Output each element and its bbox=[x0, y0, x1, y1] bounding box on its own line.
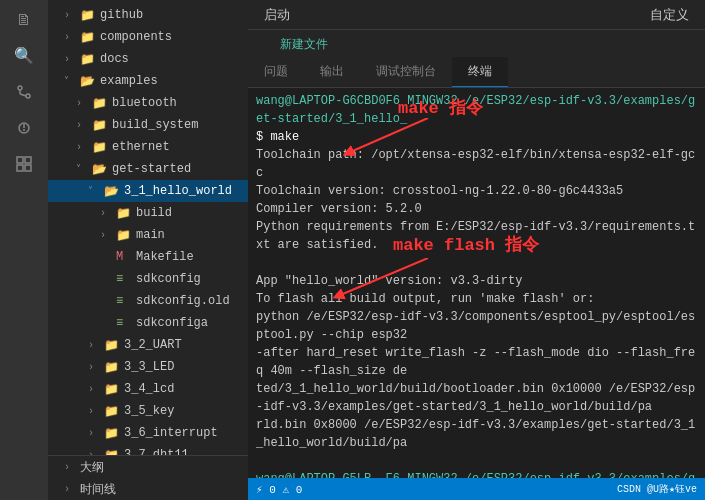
output-text: Python requirements from E:/ESP32/esp-id… bbox=[256, 220, 695, 252]
tree-item-docs[interactable]: › 📁 docs bbox=[48, 48, 248, 70]
top-bar-title: 启动 bbox=[264, 6, 290, 24]
chevron-icon: › bbox=[88, 362, 104, 373]
folder-icon: 📁 bbox=[104, 448, 120, 456]
folder-icon: 📂 bbox=[92, 162, 108, 177]
tree-item-main[interactable]: › 📁 main bbox=[48, 224, 248, 246]
config-icon: ≡ bbox=[116, 294, 132, 308]
debug-icon[interactable] bbox=[12, 116, 36, 140]
output-text: Toolchain path: /opt/xtensa-esp32-elf/bi… bbox=[256, 148, 695, 180]
top-bar-action[interactable]: 自定义 bbox=[650, 6, 689, 24]
terminal-line: wang@LAPTOP-G6CBD0F6 MINGW32 /e/ESP32/es… bbox=[256, 92, 697, 128]
chevron-icon: ˅ bbox=[64, 75, 80, 87]
output-text: ted/3_1_hello_world/build/bootloader.bin… bbox=[256, 382, 695, 414]
chevron-icon: › bbox=[88, 384, 104, 395]
tree-item-3-6-interrupt[interactable]: › 📁 3_6_interrupt bbox=[48, 422, 248, 444]
outline-section[interactable]: › 大纲 bbox=[48, 456, 248, 478]
terminal-line: python /e/ESP32/esp-idf-v3.3/components/… bbox=[256, 308, 697, 344]
terminal-area[interactable]: wang@LAPTOP-G6CBD0F6 MINGW32 /e/ESP32/es… bbox=[248, 88, 705, 478]
prompt-text: wang@LAPTOP-G6CBD0F6 MINGW32 /e/ESP32/es… bbox=[256, 94, 695, 126]
svg-rect-9 bbox=[17, 165, 23, 171]
chevron-icon: › bbox=[76, 142, 92, 153]
main-content: 启动 自定义 新建文件 问题 输出 调试控制台 终端 wang@LAPTOP-G… bbox=[248, 0, 705, 500]
output-text: python /e/ESP32/esp-idf-v3.3/components/… bbox=[256, 310, 695, 342]
svg-point-6 bbox=[23, 129, 25, 131]
status-right: CSDN @U路★钰ve bbox=[617, 482, 697, 496]
tab-output[interactable]: 输出 bbox=[304, 57, 360, 87]
output-text: App "hello_world" version: v3.3-dirty bbox=[256, 274, 522, 288]
terminal-line: Python requirements from E:/ESP32/esp-id… bbox=[256, 218, 697, 254]
git-icon[interactable] bbox=[12, 80, 36, 104]
output-text: To flash all build output, run 'make fla… bbox=[256, 292, 594, 306]
tree-item-components[interactable]: › 📁 components bbox=[48, 26, 248, 48]
status-bar: ⚡ 0 ⚠ 0 CSDN @U路★钰ve bbox=[248, 478, 705, 500]
new-file-link[interactable]: 新建文件 bbox=[264, 32, 344, 57]
tree-item-3-3-led[interactable]: › 📁 3_3_LED bbox=[48, 356, 248, 378]
tab-issues[interactable]: 问题 bbox=[248, 57, 304, 87]
svg-point-1 bbox=[26, 94, 30, 98]
terminal-line: Compiler version: 5.2.0 bbox=[256, 200, 697, 218]
svg-rect-8 bbox=[25, 157, 31, 163]
output-text: -after hard_reset write_flash -z --flash… bbox=[256, 346, 695, 378]
tree-item-build-system[interactable]: › 📁 build_system bbox=[48, 114, 248, 136]
tree-item-build[interactable]: › 📁 build bbox=[48, 202, 248, 224]
chevron-icon: › bbox=[88, 340, 104, 351]
tree-item-3-5-key[interactable]: › 📁 3_5_key bbox=[48, 400, 248, 422]
search-icon[interactable]: 🔍 bbox=[12, 44, 36, 68]
file-tree: › 📁 github › 📁 components › 📁 docs ˅ 📂 e… bbox=[48, 0, 248, 455]
tree-item-bluetooth[interactable]: › 📁 bluetooth bbox=[48, 92, 248, 114]
files-icon[interactable]: 🗎 bbox=[12, 8, 36, 32]
chevron-icon: ˅ bbox=[88, 185, 104, 197]
chevron-icon: › bbox=[64, 32, 80, 43]
terminal-line: rld.bin 0x8000 /e/ESP32/esp-idf-v3.3/exa… bbox=[256, 416, 697, 452]
folder-icon: 📁 bbox=[92, 96, 108, 111]
terminal-line: ted/3_1_hello_world/build/bootloader.bin… bbox=[256, 380, 697, 416]
extensions-icon[interactable] bbox=[12, 152, 36, 176]
chevron-icon: › bbox=[100, 230, 116, 241]
chevron-icon: › bbox=[76, 120, 92, 131]
chevron-icon: › bbox=[76, 98, 92, 109]
tree-item-hello-world[interactable]: ˅ 📂 3_1_hello_world bbox=[48, 180, 248, 202]
folder-icon: 📁 bbox=[104, 360, 120, 375]
status-left: ⚡ 0 ⚠ 0 bbox=[256, 483, 302, 496]
tabs-row: 问题 输出 调试控制台 终端 bbox=[248, 57, 705, 87]
terminal-line bbox=[256, 452, 697, 470]
terminal-line: Toolchain path: /opt/xtensa-esp32-elf/bi… bbox=[256, 146, 697, 182]
terminal-line: To flash all build output, run 'make fla… bbox=[256, 290, 697, 308]
tree-item-3-7-dht11[interactable]: › 📁 3_7_dht11 bbox=[48, 444, 248, 455]
output-text: Compiler version: 5.2.0 bbox=[256, 202, 422, 216]
tab-debug-console[interactable]: 调试控制台 bbox=[360, 57, 452, 87]
file-explorer: › 📁 github › 📁 components › 📁 docs ˅ 📂 e… bbox=[48, 0, 248, 500]
tree-item-get-started[interactable]: ˅ 📂 get-started bbox=[48, 158, 248, 180]
tree-item-sdkconfig[interactable]: ≡ sdkconfig bbox=[48, 268, 248, 290]
terminal-line: App "hello_world" version: v3.3-dirty bbox=[256, 272, 697, 290]
tree-item-ethernet[interactable]: › 📁 ethernet bbox=[48, 136, 248, 158]
tree-item-sdkconfig-old[interactable]: ≡ sdkconfig.old bbox=[48, 290, 248, 312]
terminal-line bbox=[256, 254, 697, 272]
chevron-icon: › bbox=[100, 208, 116, 219]
tab-terminal[interactable]: 终端 bbox=[452, 57, 508, 87]
folder-icon: 📁 bbox=[104, 404, 120, 419]
chevron-icon: ˅ bbox=[76, 163, 92, 175]
tree-item-3-2-uart[interactable]: › 📁 3_2_UART bbox=[48, 334, 248, 356]
chevron-icon: › bbox=[64, 10, 80, 21]
tree-item-makefile[interactable]: M Makefile bbox=[48, 246, 248, 268]
top-bar: 启动 自定义 bbox=[248, 0, 705, 30]
tree-item-3-4-lcd[interactable]: › 📁 3_4_lcd bbox=[48, 378, 248, 400]
config-icon: ≡ bbox=[116, 316, 132, 330]
svg-point-0 bbox=[18, 86, 22, 90]
cmd-text: $ make bbox=[256, 130, 299, 144]
chevron-icon: › bbox=[64, 54, 80, 65]
folder-icon: 📁 bbox=[104, 426, 120, 441]
chevron-icon: › bbox=[64, 462, 80, 473]
status-errors: ⚡ 0 ⚠ 0 bbox=[256, 483, 302, 496]
watermark-text: CSDN @U路★钰ve bbox=[617, 482, 697, 496]
folder-icon: 📁 bbox=[104, 338, 120, 353]
tree-item-examples[interactable]: ˅ 📂 examples bbox=[48, 70, 248, 92]
svg-line-3 bbox=[20, 94, 26, 96]
tabs-area: 新建文件 问题 输出 调试控制台 终端 bbox=[248, 30, 705, 88]
tree-item-sdkconfiga[interactable]: ≡ sdkconfiga bbox=[48, 312, 248, 334]
folder-icon: 📁 bbox=[80, 30, 96, 45]
tree-item-github[interactable]: › 📁 github bbox=[48, 4, 248, 26]
terminal-line: $ make bbox=[256, 128, 697, 146]
timeline-section[interactable]: › 时间线 bbox=[48, 478, 248, 500]
